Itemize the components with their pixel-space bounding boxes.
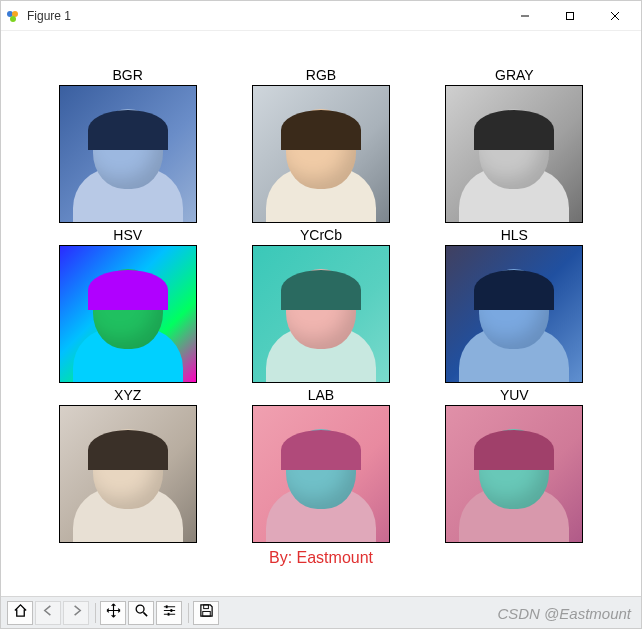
window-title: Figure 1 (27, 9, 502, 23)
svg-rect-4 (566, 12, 573, 19)
window-buttons (502, 1, 637, 31)
figure-canvas[interactable]: BGR RGB GRAY HSV YCrCb HLS XYZ LAB (1, 31, 641, 596)
zoom-button[interactable] (128, 601, 154, 625)
subplot-title: LAB (308, 387, 334, 403)
image-lab (252, 405, 390, 543)
subplot-title: YCrCb (300, 227, 342, 243)
back-button[interactable] (35, 601, 61, 625)
subplot-title: XYZ (114, 387, 141, 403)
titlebar: Figure 1 (1, 1, 641, 31)
subplot-lab: LAB (238, 387, 403, 543)
image-xyz (59, 405, 197, 543)
image-ycrcb (252, 245, 390, 383)
image-bgr (59, 85, 197, 223)
matplotlib-toolbar (1, 596, 641, 628)
subplot-title: HSV (113, 227, 142, 243)
subplot-title: GRAY (495, 67, 534, 83)
svg-line-8 (143, 612, 147, 616)
pan-button[interactable] (100, 601, 126, 625)
subplot-hls: HLS (432, 227, 597, 383)
image-yuv (445, 405, 583, 543)
pan-icon (106, 603, 121, 622)
save-button[interactable] (193, 601, 219, 625)
svg-point-2 (10, 16, 16, 22)
svg-rect-13 (170, 609, 172, 612)
svg-rect-12 (165, 605, 167, 608)
image-gray (445, 85, 583, 223)
back-icon (41, 603, 56, 622)
maximize-button[interactable] (547, 1, 592, 31)
toolbar-separator (95, 603, 96, 623)
subplot-xyz: XYZ (45, 387, 210, 543)
subplot-grid: BGR RGB GRAY HSV YCrCb HLS XYZ LAB (45, 67, 597, 537)
subplot-yuv: YUV (432, 387, 597, 543)
image-rgb (252, 85, 390, 223)
subplot-title: BGR (112, 67, 142, 83)
subplot-rgb: RGB (238, 67, 403, 223)
close-button[interactable] (592, 1, 637, 31)
forward-button[interactable] (63, 601, 89, 625)
image-hsv (59, 245, 197, 383)
figure-suptitle: By: Eastmount (45, 549, 597, 567)
forward-icon (69, 603, 84, 622)
sliders-icon (162, 603, 177, 622)
svg-rect-14 (167, 613, 169, 616)
subplot-title: RGB (306, 67, 336, 83)
image-hls (445, 245, 583, 383)
home-icon (13, 603, 28, 622)
svg-rect-16 (202, 611, 210, 616)
zoom-icon (134, 603, 149, 622)
subplot-bgr: BGR (45, 67, 210, 223)
subplot-title: YUV (500, 387, 529, 403)
save-icon (199, 603, 214, 622)
subplot-ycrcb: YCrCb (238, 227, 403, 383)
subplot-gray: GRAY (432, 67, 597, 223)
svg-point-7 (136, 605, 144, 613)
home-button[interactable] (7, 601, 33, 625)
app-icon (5, 8, 21, 24)
configure-button[interactable] (156, 601, 182, 625)
subplot-hsv: HSV (45, 227, 210, 383)
minimize-button[interactable] (502, 1, 547, 31)
toolbar-separator (188, 603, 189, 623)
subplot-title: HLS (501, 227, 528, 243)
